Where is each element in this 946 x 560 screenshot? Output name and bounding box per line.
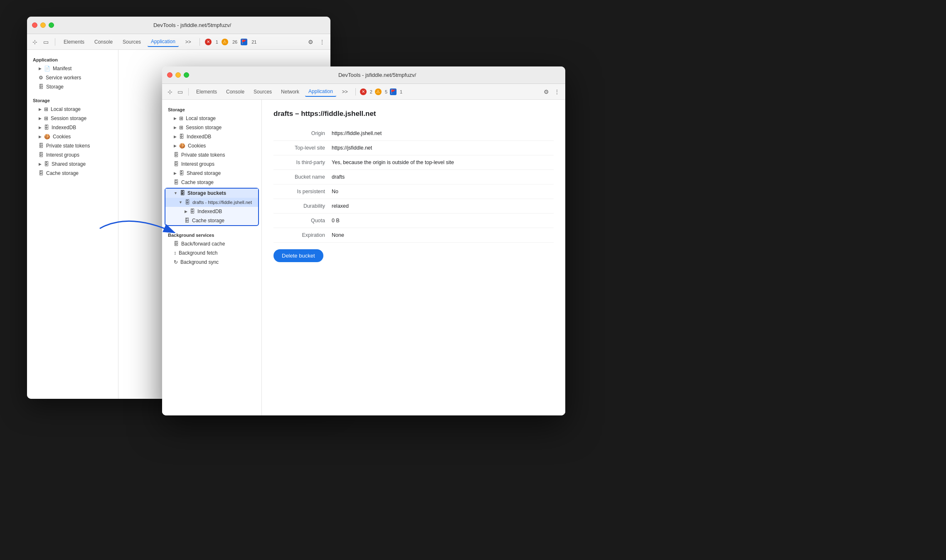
info-row-top-level: Top-level site https://jsfiddle.net (273, 141, 554, 155)
bucket-indexeddb-label: IndexedDB (197, 209, 222, 214)
front-interest-groups-icon: 🗄 (174, 161, 179, 167)
maximize-button-front[interactable] (184, 72, 189, 78)
info-row-third-party: Is third-party Yes, because the origin i… (273, 155, 554, 170)
third-party-value: Yes, because the origin is outside of th… (332, 160, 554, 165)
bg-back-forward[interactable]: 🗄 Back/forward cache (162, 239, 261, 248)
tab-network-front[interactable]: Network (278, 87, 303, 96)
front-cookies[interactable]: ▶ 🍪 Cookies (162, 141, 261, 150)
front-interest-groups[interactable]: 🗄 Interest groups (162, 160, 261, 169)
front-session-storage[interactable]: ▶ ⊞ Session storage (162, 123, 261, 132)
inspect-icon[interactable]: ⊹ (31, 37, 39, 47)
storage-buckets-section: ▼ 🗄 Storage buckets ▼ 🗄 drafts - https:/… (165, 188, 259, 226)
front-indexeddb-arrow: ▶ (174, 135, 177, 139)
tab-elements-back[interactable]: Elements (60, 37, 88, 47)
tab-console-front[interactable]: Console (223, 87, 248, 96)
tab-application-back[interactable]: Application (148, 37, 179, 47)
tab-sources-front[interactable]: Sources (250, 87, 275, 96)
sidebar-interest-groups[interactable]: 🗄 Interest groups (27, 150, 118, 160)
sidebar-service-workers[interactable]: ⚙ Service workers (27, 73, 118, 82)
warn-badge-front: ⚠ (375, 88, 382, 95)
sidebar-cookies[interactable]: ▶ 🍪 Cookies (27, 132, 118, 141)
bucket-cache-storage[interactable]: 🗄 Cache storage (165, 216, 258, 225)
back-window-title: DevTools - jsfiddle.net/5tmpfuzv/ (59, 22, 325, 28)
tab-application-front[interactable]: Application (305, 87, 336, 97)
info-badge-back: 🚩 (241, 39, 247, 45)
shared-storage-arrow: ▶ (39, 162, 42, 166)
local-storage-label: Local storage (51, 106, 81, 112)
info-row-persistent: Is persistent No (273, 184, 554, 199)
front-shared-storage-icon: 🗄 (179, 170, 184, 176)
front-indexeddb[interactable]: ▶ 🗄 IndexedDB (162, 132, 261, 141)
info-count-front: 1 (400, 89, 402, 94)
storage-buckets-arrow: ▼ (174, 191, 177, 195)
minimize-button-front[interactable] (175, 72, 181, 78)
front-private-state[interactable]: 🗄 Private state tokens (162, 150, 261, 160)
bucket-indexeddb-arrow: ▶ (185, 209, 187, 214)
front-cookies-icon: 🍪 (179, 143, 185, 149)
persistent-value: No (332, 189, 554, 194)
front-local-storage[interactable]: ▶ ⊞ Local storage (162, 114, 261, 123)
toolbar-sep-2 (200, 38, 200, 46)
shared-storage-icon: 🗄 (44, 161, 49, 167)
session-storage-arrow: ▶ (39, 116, 42, 120)
bucket-indexeddb[interactable]: ▶ 🗄 IndexedDB (165, 207, 258, 216)
back-sidebar: Application ▶ 📄 Manifest ⚙ Service worke… (27, 50, 118, 399)
traffic-lights-back (32, 22, 54, 28)
cache-storage-label: Cache storage (46, 170, 79, 176)
sidebar-local-storage[interactable]: ▶ ⊞ Local storage (27, 105, 118, 114)
warn-count-back: 26 (232, 39, 237, 44)
tab-elements-front[interactable]: Elements (193, 87, 220, 96)
tab-more-back[interactable]: >> (182, 37, 195, 47)
front-shared-storage-label: Shared storage (187, 170, 221, 176)
settings-icon-back[interactable]: ⚙ (307, 37, 315, 47)
maximize-button-back[interactable] (49, 22, 54, 28)
bg-fetch[interactable]: ↕ Background fetch (162, 248, 261, 258)
menu-icon-front[interactable]: ⋮ (553, 87, 561, 96)
manifest-icon: 📄 (44, 66, 50, 71)
drafts-icon: 🗄 (185, 199, 190, 205)
service-workers-icon: ⚙ (39, 75, 43, 81)
front-cache-storage[interactable]: 🗄 Cache storage (162, 178, 261, 187)
shared-storage-label: Shared storage (52, 161, 86, 167)
front-toolbar-sep-1 (188, 88, 189, 96)
delete-bucket-button[interactable]: Delete bucket (273, 249, 323, 262)
bucket-name-label: Bucket name (273, 174, 332, 180)
close-button-front[interactable] (167, 72, 172, 78)
sidebar-cache-storage[interactable]: 🗄 Cache storage (27, 169, 118, 178)
sidebar-manifest[interactable]: ▶ 📄 Manifest (27, 64, 118, 73)
front-shared-storage[interactable]: ▶ 🗄 Shared storage (162, 169, 261, 178)
device-icon-front[interactable]: ▭ (176, 87, 184, 96)
settings-icon-front[interactable]: ⚙ (542, 87, 550, 96)
close-button-back[interactable] (32, 22, 37, 28)
sidebar-indexeddb[interactable]: ▶ 🗄 IndexedDB (27, 123, 118, 132)
front-local-storage-icon: ⊞ (179, 115, 183, 121)
tab-more-front[interactable]: >> (339, 87, 351, 96)
private-state-tokens-icon: 🗄 (39, 143, 44, 149)
storage-buckets-item[interactable]: ▼ 🗄 Storage buckets (165, 189, 258, 198)
local-storage-icon: ⊞ (44, 106, 48, 112)
drafts-label: drafts - https://fiddle.jshell.net (192, 200, 252, 205)
tab-sources-back[interactable]: Sources (119, 37, 144, 47)
devtools-front-window: DevTools - jsfiddle.net/5tmpfuzv/ ⊹ ▭ El… (162, 66, 565, 415)
sidebar-storage-top[interactable]: 🗄 Storage (27, 82, 118, 91)
bg-sync[interactable]: ↻ Background sync (162, 258, 261, 267)
tab-console-back[interactable]: Console (91, 37, 116, 47)
sidebar-session-storage[interactable]: ▶ ⊞ Session storage (27, 114, 118, 123)
menu-icon-back[interactable]: ⋮ (318, 37, 326, 47)
session-storage-icon: ⊞ (44, 115, 48, 121)
sidebar-shared-storage[interactable]: ▶ 🗄 Shared storage (27, 160, 118, 169)
device-icon[interactable]: ▭ (42, 37, 50, 47)
top-level-value: https://jsfiddle.net (332, 145, 554, 151)
front-cookies-label: Cookies (188, 143, 206, 149)
sidebar-private-state-tokens[interactable]: 🗄 Private state tokens (27, 141, 118, 150)
front-session-storage-arrow: ▶ (174, 125, 177, 130)
minimize-button-back[interactable] (40, 22, 46, 28)
back-title-bar: DevTools - jsfiddle.net/5tmpfuzv/ (27, 17, 330, 34)
front-toolbar-sep-2 (355, 88, 356, 96)
traffic-lights-front (167, 72, 189, 78)
drafts-arrow: ▼ (179, 200, 182, 204)
inspect-icon-front[interactable]: ⊹ (166, 87, 174, 96)
storage-bucket-drafts[interactable]: ▼ 🗄 drafts - https://fiddle.jshell.net (165, 198, 258, 207)
bg-sync-label: Background sync (180, 259, 219, 265)
info-count-back: 21 (251, 39, 256, 44)
